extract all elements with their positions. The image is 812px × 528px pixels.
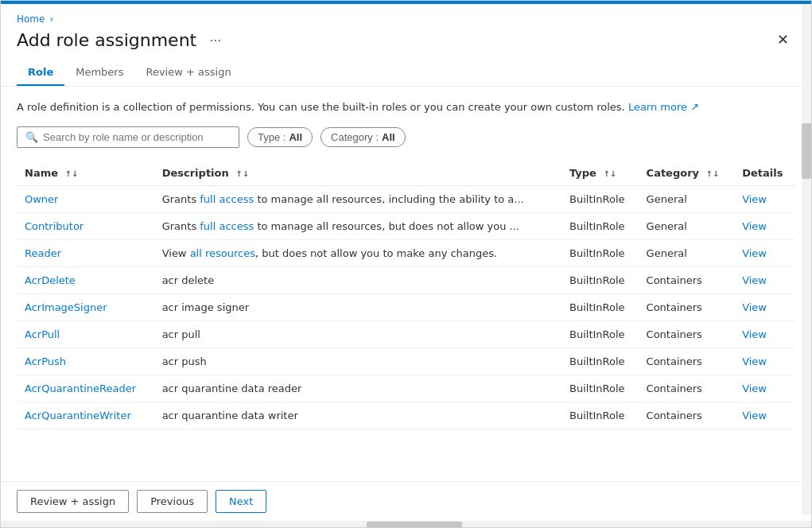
- role-name-link[interactable]: Contributor: [25, 220, 84, 232]
- cell-name: AcrQuarantineWriter: [17, 402, 154, 429]
- desc-text: View all resources, but does not allow y…: [162, 247, 498, 259]
- cell-category: Containers: [639, 320, 735, 347]
- main-content: A role definition is a collection of per…: [1, 87, 811, 481]
- type-label: Type :: [258, 131, 286, 143]
- title-row: Add role assignment ··· ✕: [17, 29, 795, 50]
- breadcrumb-separator: ›: [49, 14, 53, 25]
- type-value: All: [289, 131, 302, 143]
- cell-category: General: [639, 212, 735, 239]
- category-label: Category :: [331, 131, 379, 143]
- cell-description: acr push: [154, 347, 561, 375]
- vertical-scrollbar[interactable]: [802, 4, 811, 514]
- view-link[interactable]: View: [742, 274, 767, 286]
- table-row: Contributor Grants full access to manage…: [17, 212, 795, 239]
- cell-type: BuiltInRole: [561, 239, 639, 266]
- cell-details: View: [734, 347, 795, 375]
- desc-text: acr quarantine data writer: [162, 410, 298, 421]
- table-body: Owner Grants full access to manage all r…: [17, 185, 795, 429]
- cell-name: AcrPush: [17, 347, 154, 375]
- description-text: A role definition is a collection of per…: [17, 99, 795, 115]
- cell-name: AcrQuarantineReader: [17, 375, 154, 402]
- role-name-link[interactable]: AcrPull: [25, 328, 60, 340]
- cell-description: Grants full access to manage all resourc…: [154, 212, 561, 239]
- cell-category: Containers: [639, 375, 735, 402]
- cell-description: acr quarantine data writer: [154, 402, 561, 429]
- title-left: Add role assignment ···: [17, 30, 226, 50]
- roles-table: Name ↑↓ Description ↑↓ Type ↑↓ Category …: [17, 161, 795, 429]
- page-title: Add role assignment: [17, 30, 196, 50]
- desc-text: Grants full access to manage all resourc…: [162, 220, 519, 232]
- cell-description: acr pull: [154, 320, 561, 347]
- cell-details: View: [734, 185, 795, 212]
- cell-description: View all resources, but does not allow y…: [154, 239, 561, 266]
- role-name-link[interactable]: Reader: [25, 247, 61, 259]
- col-name[interactable]: Name ↑↓: [17, 161, 154, 186]
- role-name-link[interactable]: AcrQuarantineReader: [25, 382, 136, 394]
- tab-role[interactable]: Role: [17, 60, 64, 86]
- category-filter-pill[interactable]: Category : All: [321, 127, 406, 147]
- cell-details: View: [734, 239, 795, 266]
- search-input[interactable]: [43, 131, 231, 143]
- role-name-link[interactable]: AcrPush: [25, 355, 66, 367]
- table-row: AcrQuarantineWriter acr quarantine data …: [17, 402, 795, 429]
- role-name-link[interactable]: AcrQuarantineWriter: [25, 410, 131, 421]
- next-button[interactable]: Next: [216, 490, 266, 513]
- view-link[interactable]: View: [742, 247, 767, 259]
- cell-name: Owner: [17, 185, 154, 212]
- view-link[interactable]: View: [742, 220, 767, 232]
- ellipsis-button[interactable]: ···: [204, 30, 226, 50]
- cell-category: Containers: [639, 293, 735, 320]
- table-row: AcrDelete acr delete BuiltInRole Contain…: [17, 266, 795, 293]
- cell-description: acr delete: [154, 266, 561, 293]
- cell-category: Containers: [639, 266, 735, 293]
- cell-description: Grants full access to manage all resourc…: [154, 185, 561, 212]
- desc-text: acr push: [162, 355, 207, 367]
- cell-type: BuiltInRole: [561, 347, 639, 375]
- table-row: AcrPush acr push BuiltInRole Containers …: [17, 347, 795, 375]
- learn-more-link[interactable]: Learn more ↗: [628, 101, 699, 113]
- breadcrumb-home[interactable]: Home: [17, 14, 45, 25]
- role-name-link[interactable]: AcrImageSigner: [25, 301, 107, 313]
- col-details: Details: [734, 161, 795, 186]
- view-link[interactable]: View: [742, 193, 767, 205]
- col-category[interactable]: Category ↑↓: [639, 161, 735, 186]
- cell-type: BuiltInRole: [561, 212, 639, 239]
- cell-details: View: [734, 375, 795, 402]
- desc-highlight: full access: [200, 220, 254, 232]
- cell-description: acr image signer: [154, 293, 561, 320]
- cell-type: BuiltInRole: [561, 266, 639, 293]
- col-type[interactable]: Type ↑↓: [561, 161, 639, 186]
- view-link[interactable]: View: [742, 410, 767, 421]
- category-sort-icon: ↑↓: [706, 169, 720, 178]
- table-row: Owner Grants full access to manage all r…: [17, 185, 795, 212]
- page-header: Home › Add role assignment ··· ✕ Role Me…: [1, 4, 811, 87]
- tab-review-assign[interactable]: Review + assign: [134, 60, 242, 86]
- desc-text: acr pull: [162, 328, 200, 340]
- close-button[interactable]: ✕: [771, 29, 795, 50]
- view-link[interactable]: View: [742, 328, 767, 340]
- role-name-link[interactable]: Owner: [25, 193, 58, 205]
- cell-name: Contributor: [17, 212, 154, 239]
- breadcrumb: Home ›: [17, 14, 795, 25]
- cell-name: Reader: [17, 239, 154, 266]
- col-description[interactable]: Description ↑↓: [154, 161, 561, 186]
- desc-text: acr delete: [162, 274, 215, 286]
- cell-details: View: [734, 293, 795, 320]
- tab-members[interactable]: Members: [64, 60, 134, 86]
- cell-details: View: [734, 212, 795, 239]
- role-name-link[interactable]: AcrDelete: [25, 274, 76, 286]
- previous-button[interactable]: Previous: [137, 490, 208, 513]
- cell-details: View: [734, 266, 795, 293]
- tabs-nav: Role Members Review + assign: [17, 60, 795, 86]
- view-link[interactable]: View: [742, 301, 767, 313]
- search-box: 🔍: [17, 126, 239, 148]
- horizontal-scrollbar[interactable]: [1, 521, 811, 527]
- cell-type: BuiltInRole: [561, 293, 639, 320]
- name-sort-icon: ↑↓: [65, 169, 79, 178]
- view-link[interactable]: View: [742, 355, 767, 367]
- review-assign-button[interactable]: Review + assign: [17, 490, 129, 513]
- view-link[interactable]: View: [742, 382, 767, 394]
- filters-row: 🔍 Type : All Category : All: [17, 126, 795, 148]
- type-filter-pill[interactable]: Type : All: [247, 127, 313, 147]
- table-row: AcrPull acr pull BuiltInRole Containers …: [17, 320, 795, 347]
